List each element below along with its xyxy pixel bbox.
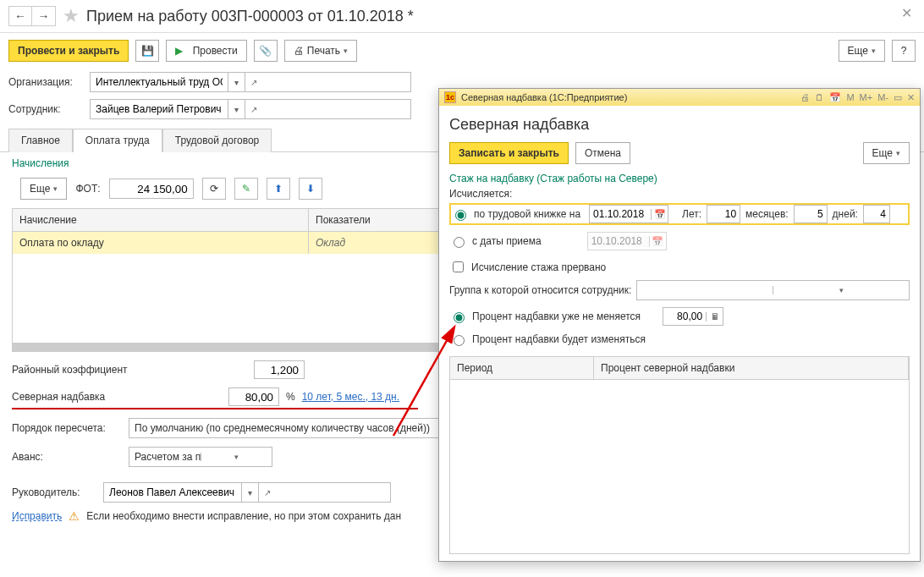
months-label: месяцев: [745,208,789,220]
recalc-label: Порядок пересчета: [12,422,122,434]
col-accrual-header[interactable]: Начисление [13,209,309,231]
refresh-button[interactable]: ⟳ [202,178,226,200]
move-down-button[interactable]: ⬇ [299,178,322,200]
fix-text: Если необходимо внести исправление, но п… [86,510,401,522]
save-button[interactable]: 💾 [135,40,159,62]
app-logo-icon: 1c [444,91,456,103]
radio-from-hire[interactable] [454,237,465,248]
radio-percent-fixed-label: Процент надбавки уже не меняется [472,310,641,322]
ruk-label: Руководитель: [12,486,96,498]
organization-label: Организация: [8,76,83,88]
accrual-cell: Оплата по окладу [13,232,309,254]
percent-fixed-input[interactable] [663,310,706,322]
edit-button[interactable]: ✎ [234,178,258,200]
attach-button[interactable]: 📎 [254,40,278,62]
tab-contract[interactable]: Трудовой договор [162,129,272,152]
dlg-calc-icon[interactable]: 🗒 [815,92,824,103]
hire-date-input [588,235,649,247]
tab-pay[interactable]: Оплата труда [73,129,162,152]
sever-label: Северная надбавка [12,391,139,403]
dlg-more-button[interactable]: Еще [863,142,910,164]
dlg-minimize-icon[interactable]: ▭ [894,92,902,103]
ruk-dropdown-icon[interactable]: ▾ [241,483,258,502]
years-input[interactable] [707,205,740,223]
accruals-more-button[interactable]: Еще [20,178,67,200]
org-open-icon[interactable]: ↗ [245,73,261,91]
fot-input[interactable] [109,179,194,199]
radio-from-hire-label: с даты приема [472,235,542,247]
fot-label: ФОТ: [75,183,100,195]
emp-open-icon[interactable]: ↗ [245,100,261,118]
book-date-input[interactable] [590,208,651,220]
ruk-open-icon[interactable]: ↗ [258,483,275,502]
back-button[interactable]: ← [8,6,32,26]
help-button[interactable]: ? [892,40,916,62]
radio-by-book-label: по трудовой книжке на [474,208,580,220]
fix-link[interactable]: Исправить [12,510,62,522]
sever-input[interactable] [228,387,279,406]
avans-dropdown-icon[interactable]: ▾ [201,453,272,461]
warning-icon: ⚠ [69,509,80,523]
calc-label: Исчисляется: [449,188,910,200]
avans-label: Аванс: [12,451,122,463]
dialog-wintitle: Северная надбавка (1С:Предприятие) [461,92,627,102]
post-and-close-button[interactable]: Провести и закрыть [8,40,129,62]
percent-label: % [286,391,295,403]
percent-grid: Период Процент северной надбавки [449,356,910,554]
period-header[interactable]: Период [450,357,594,379]
organization-input[interactable] [91,73,228,91]
forward-button[interactable]: → [32,6,56,26]
emp-dropdown-icon[interactable]: ▾ [228,100,245,118]
radio-percent-changes-label: Процент надбавки будет изменяться [472,333,646,345]
dlg-mminus-icon[interactable]: M- [877,92,888,103]
dialog-title: Северная надбавка [449,116,910,134]
group-label: Группа к которой относится сотрудник: [449,284,631,296]
print-button[interactable]: 🖨 Печать [284,40,357,62]
favorite-star-icon[interactable]: ★ [63,5,80,27]
dlg-cancel-button[interactable]: Отмена [575,142,630,164]
dlg-calendar-icon[interactable]: 📅 [829,92,841,103]
recalc-value[interactable]: По умолчанию (по среднемесячному количес… [129,422,441,434]
avans-value[interactable]: Расчетом за первую половину месяца [129,451,201,463]
post-button[interactable]: ▶ Провести [166,40,246,62]
days-label: дней: [833,208,858,220]
org-dropdown-icon[interactable]: ▾ [228,73,245,91]
chk-interrupted-label: Исчисление стажа прервано [471,261,606,273]
percent-header[interactable]: Процент северной надбавки [594,357,909,379]
close-icon[interactable]: ✕ [901,5,912,21]
dlg-stage-link[interactable]: Стаж на надбавку (Стаж работы на Севере) [449,173,910,184]
years-label: Лет: [682,208,701,220]
tab-main[interactable]: Главное [8,129,73,152]
raion-label: Районный коэффициент [12,364,139,376]
group-dropdown-icon[interactable]: ▾ [773,286,909,294]
raion-input[interactable] [254,360,305,379]
dlg-save-close-button[interactable]: Записать и закрыть [449,142,569,164]
dlg-mplus-icon[interactable]: M+ [860,92,873,103]
north-bonus-dialog: 1c Северная надбавка (1С:Предприятие) 🖨 … [438,88,921,562]
dlg-close-icon[interactable]: ✕ [907,92,915,103]
radio-percent-changes[interactable] [454,335,465,346]
radio-percent-fixed[interactable] [454,312,465,323]
ruk-input[interactable] [104,483,241,502]
days-input[interactable] [863,205,890,223]
calendar-icon: 📅 [649,236,666,247]
move-up-button[interactable]: ⬆ [267,178,290,200]
calendar-icon[interactable]: 📅 [651,209,668,220]
radio-by-book[interactable] [455,210,466,221]
dlg-m-icon[interactable]: M [846,92,854,103]
sever-detail-link[interactable]: 10 лет, 5 мес., 13 дн. [302,391,399,403]
months-input[interactable] [794,205,828,223]
chk-interrupted[interactable] [453,261,464,272]
calculator-icon[interactable]: 🖩 [706,312,723,321]
dlg-print-icon[interactable]: 🖨 [800,92,810,103]
employee-label: Сотрудник: [8,103,83,115]
employee-input[interactable] [91,100,228,118]
page-title: Прием на работу 003П-000003 от 01.10.201… [86,8,414,25]
more-button[interactable]: Еще [839,40,885,62]
